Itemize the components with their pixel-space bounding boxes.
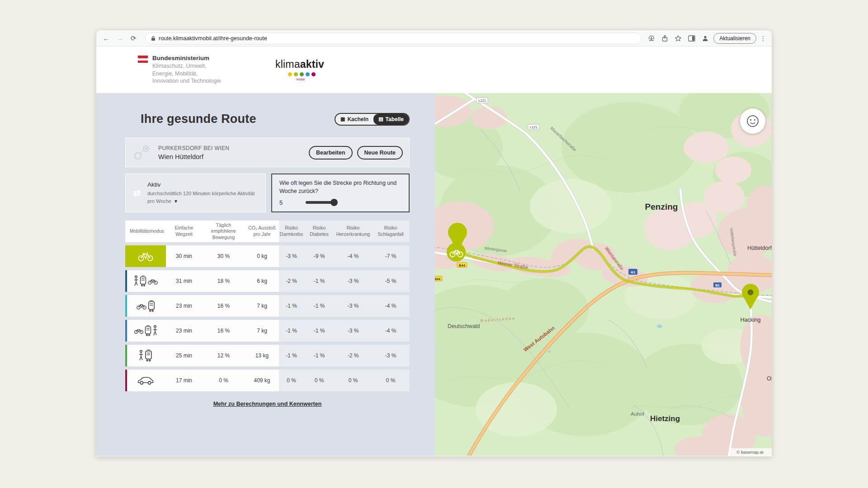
browser-toolbar: ← → ⟳ route.klimaaktivmobil.at/ihre-gesu… (96, 30, 772, 47)
row-accent (125, 370, 127, 391)
place-label-huetteldorf: Hütteldorf (747, 245, 772, 251)
share-icon[interactable] (661, 35, 668, 42)
header-colon-cancer: Risiko Darmkrebs (279, 221, 304, 242)
header-mode: Mobilitätsmodus (125, 221, 166, 242)
more-menu-icon[interactable]: ⋮ (759, 35, 767, 42)
url-bar[interactable]: route.klimaaktivmobil.at/ihre-gesunde-ro… (145, 33, 642, 44)
table-row-bike-train-walk[interactable]: 23 min 16 % 7 kg -1 % -1 % -3 % -4 % (125, 320, 410, 342)
sidebar-icon[interactable] (688, 35, 695, 42)
cell-colon-cancer: -1 % (279, 295, 304, 317)
train-icon (144, 349, 153, 362)
cell-heart: -3 % (335, 270, 372, 292)
frequency-value: 5 (279, 199, 285, 206)
row-accent (125, 295, 127, 317)
tiles-grid-icon: ▦ (340, 117, 345, 122)
cell-movement: 18 % (202, 270, 245, 292)
cell-heart: -4 % (335, 245, 372, 267)
update-button[interactable]: Aktualisieren (713, 33, 756, 44)
forward-icon[interactable]: → (114, 33, 125, 44)
car-icon (137, 376, 154, 385)
cell-colon-cancer: -1 % (279, 345, 304, 366)
ministry-logo: Bundesministerium Klimaschutz, Umwelt, E… (138, 55, 221, 85)
ministry-sub-line2: Energie, Mobilität, (152, 70, 221, 78)
cell-stroke: -4 % (372, 295, 410, 317)
row-accent (125, 345, 127, 366)
place-label-ober-clipped: Obe (767, 375, 772, 382)
svg-text:B44: B44 (435, 277, 441, 281)
svg-text:B44: B44 (459, 263, 466, 267)
table-row-bike[interactable]: 30 min 30 % 0 kg -3 % -9 % -4 % -7 % (125, 245, 410, 267)
table-row-walk-train[interactable]: 25 min 12 % 13 kg -1 % -1 % -2 % -3 % (125, 345, 410, 366)
cell-movement: 16 % (202, 295, 245, 317)
place-label-deutschwald: Deutschwald (448, 323, 480, 329)
more-info-link[interactable]: Mehr zu Berechnungen und Kennwerten (125, 401, 410, 407)
profile-icon[interactable] (702, 35, 709, 42)
slider-thumb[interactable] (330, 199, 338, 206)
cell-co2: 13 kg (245, 345, 279, 366)
klimaaktiv-logo: klimaaktiv mobil (275, 58, 324, 81)
table-header-row: Mobilitätsmodus Einfache Wegzeit Täglich… (125, 221, 410, 242)
map-attribution[interactable]: © basemap.at (729, 448, 772, 456)
cell-time: 17 min (166, 370, 202, 391)
shield-l121: L121 (476, 98, 488, 103)
reload-icon[interactable]: ⟳ (128, 33, 139, 44)
feedback-button[interactable] (740, 108, 765, 134)
install-app-icon[interactable] (648, 35, 655, 42)
ministry-name: Bundesministerium (152, 55, 221, 61)
frequency-slider[interactable] (306, 199, 403, 206)
frequency-question: Wie oft legen Sie die Strecke pro Richtu… (279, 179, 403, 195)
smiley-face-icon (746, 114, 760, 128)
table-toggle-button[interactable]: ▤ Tabelle (373, 114, 409, 125)
cell-heart: 0 % (335, 370, 372, 391)
cell-co2: 7 kg (245, 320, 279, 342)
bicycle-icon (137, 251, 154, 262)
header-time: Einfache Wegzeit (166, 221, 202, 242)
back-icon[interactable]: ← (101, 33, 112, 44)
bookmark-star-icon[interactable] (675, 35, 682, 42)
route-end-marker[interactable] (742, 284, 759, 310)
shield-a1: A1 (628, 269, 637, 275)
cell-time: 30 min (166, 245, 202, 267)
cell-diabetes: -9 % (304, 245, 335, 267)
left-right-arrow-icon: ⇄ (130, 188, 144, 198)
cell-heart: -3 % (335, 295, 372, 317)
svg-text:L121: L121 (530, 125, 538, 129)
row-accent (125, 270, 127, 292)
activity-dropdown[interactable]: ⇄ Aktiv durchschnittlich 120 Minuten kör… (125, 174, 266, 212)
cell-stroke: -7 % (372, 245, 410, 267)
train-icon (144, 325, 152, 337)
lock-icon (151, 36, 156, 41)
header-movement: Täglich empfohlene Bewegung (202, 221, 245, 242)
header-co2: CO₂ Ausstoß pro Jahr (245, 221, 279, 242)
cell-co2: 7 kg (245, 295, 279, 317)
table-row-bike-train[interactable]: 23 min 16 % 7 kg -1 % -1 % -3 % -4 % (125, 295, 410, 317)
site-header: Bundesministerium Klimaschutz, Umwelt, E… (96, 47, 772, 93)
shield-l121-2: L121 (528, 124, 539, 130)
view-toggle: ▦ Kacheln ▤ Tabelle (335, 113, 410, 126)
cell-co2: 409 kg (245, 370, 279, 391)
cell-time: 23 min (166, 320, 202, 342)
tiles-label: Kacheln (347, 116, 368, 122)
page-title: Ihre gesunde Route (141, 112, 256, 126)
cell-diabetes: -1 % (304, 270, 335, 292)
map-view[interactable]: Wintergasse Wiener Straße Wientalstraße … (435, 93, 772, 456)
row-accent (125, 320, 127, 342)
new-route-button[interactable]: Neue Route (357, 146, 403, 160)
cell-colon-cancer: -1 % (279, 320, 304, 342)
tiles-toggle-button[interactable]: ▦ Kacheln (335, 114, 373, 125)
district-label-hietzing: Hietzing (650, 414, 680, 423)
bicycle-icon (147, 277, 158, 285)
austria-flag-icon (138, 56, 148, 63)
route-summary-card: PURKERSDORF BEI WIEN Wien Hütteldorf Bea… (125, 138, 410, 167)
url-text: route.klimaaktivmobil.at/ihre-gesunde-ro… (159, 35, 267, 42)
edit-route-button[interactable]: Bearbeiten (309, 146, 353, 160)
route-destination: Wien Hütteldorf (158, 153, 304, 160)
cell-colon-cancer: -3 % (279, 245, 304, 267)
district-label-penzing: Penzing (645, 202, 678, 211)
pedestrian-icon (152, 325, 158, 337)
cell-movement: 30 % (202, 245, 245, 267)
table-row-car[interactable]: 17 min 0 % 409 kg 0 % 0 % 0 % 0 % (125, 370, 410, 391)
cell-time: 31 min (166, 270, 202, 292)
table-row-walk-train-bike[interactable]: 31 min 18 % 6 kg -2 % -1 % -3 % -5 % (125, 270, 410, 292)
cell-co2: 6 kg (245, 270, 279, 292)
